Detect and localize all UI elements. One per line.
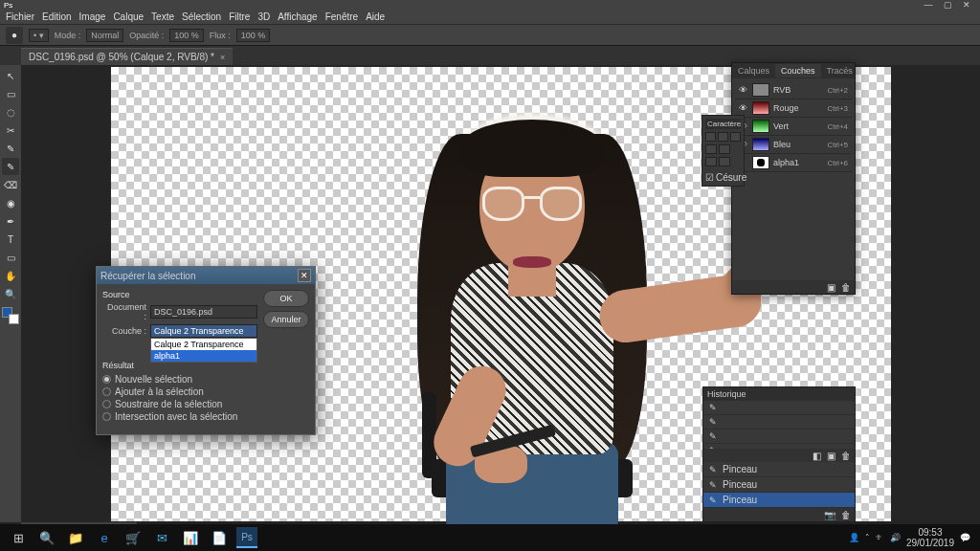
align-left-icon[interactable] <box>705 132 716 142</box>
window-close-button[interactable]: ✕ <box>957 0 976 10</box>
snapshot-icon[interactable]: 📷 <box>824 510 835 520</box>
document-tab[interactable]: DSC_0196.psd @ 50% (Calque 2, RVB/8) * × <box>21 48 233 65</box>
word-icon[interactable]: 📄 <box>205 524 234 551</box>
hyphenation-checkbox-label[interactable]: Césure <box>716 172 746 183</box>
dialog-close-button[interactable]: ✕ <box>298 269 311 282</box>
search-icon[interactable]: 🔍 <box>33 524 61 551</box>
document-select[interactable]: DSC_0196.psd <box>150 305 257 319</box>
cancel-button[interactable]: Annuler <box>263 311 309 328</box>
start-button[interactable]: ⊞ <box>4 524 33 551</box>
zoom-tool[interactable]: 🔍 <box>2 285 19 302</box>
new-doc-icon[interactable]: ▣ <box>827 451 835 461</box>
align-right-icon[interactable] <box>730 132 741 142</box>
opacity-input[interactable]: 100 % <box>169 29 204 42</box>
history-step[interactable]: ✎ <box>703 415 855 430</box>
visibility-icon[interactable]: 👁 <box>739 103 748 113</box>
hand-tool[interactable]: ✋ <box>2 267 19 284</box>
channel-blue[interactable]: 👁BleuCtrl+5 <box>735 136 852 154</box>
lasso-tool[interactable]: ◌ <box>2 103 19 121</box>
store-icon[interactable]: 🛒 <box>119 524 147 551</box>
brush-tool[interactable]: ✎ <box>2 158 19 175</box>
menu-view[interactable]: Affichage <box>278 11 318 22</box>
eyedropper-tool[interactable]: ✎ <box>2 140 19 157</box>
mode-select[interactable]: Normal <box>86 29 123 42</box>
menu-image[interactable]: Image <box>79 11 106 22</box>
taskbar-time: 09:53 <box>906 527 954 538</box>
channel-selected-value[interactable]: Calque 2 Transparence <box>150 324 257 338</box>
excel-icon[interactable]: 📊 <box>176 524 205 551</box>
tray-up-icon[interactable]: ˄ <box>865 533 870 542</box>
delete-icon[interactable]: 🗑 <box>841 510 851 520</box>
document-tab-close-icon[interactable]: × <box>220 53 225 62</box>
history-step[interactable]: ✎ <box>703 430 855 444</box>
character-panel: Caractère ☑Césure <box>702 115 745 187</box>
menu-edit[interactable]: Edition <box>42 11 72 22</box>
tab-paths[interactable]: Tracés <box>821 64 858 77</box>
channel-dropdown-list: Calque 2 Transparence alpha1 <box>150 338 257 363</box>
move-tool[interactable]: ↖ <box>2 67 19 84</box>
menu-help[interactable]: Aide <box>366 11 385 22</box>
ok-button[interactable]: OK <box>263 290 309 307</box>
shape-tool[interactable]: ▭ <box>2 249 19 266</box>
result-option-intersect: Intersection avec la sélection <box>102 410 257 423</box>
visibility-icon[interactable]: 👁 <box>739 85 748 95</box>
channel-red[interactable]: 👁RougeCtrl+3 <box>735 99 852 118</box>
channel-option-0[interactable]: Calque 2 Transparence <box>151 339 256 350</box>
menu-select[interactable]: Sélection <box>182 11 221 22</box>
channel-option-1[interactable]: alpha1 <box>151 350 256 362</box>
flow-input[interactable]: 100 % <box>236 29 271 42</box>
menu-window[interactable]: Fenêtre <box>325 11 358 22</box>
new-channel-icon[interactable]: ▣ <box>827 282 835 293</box>
window-minimize-button[interactable]: — <box>919 0 938 10</box>
channels-footer: ▣🗑 <box>732 280 855 294</box>
delete-channel-icon[interactable]: 🗑 <box>841 282 851 293</box>
opacity-label: Opacité : <box>129 31 164 40</box>
delete-state-icon[interactable]: 🗑 <box>841 451 851 461</box>
taskbar-clock[interactable]: 09:53 29/01/2019 <box>906 527 954 548</box>
photoshop-icon[interactable]: Ps <box>236 527 257 548</box>
history-step[interactable]: ✎ <box>703 401 855 415</box>
load-selection-dialog: Récupérer la sélection ✕ Source Document… <box>96 266 316 435</box>
history-step[interactable]: ✎Pinceau <box>703 477 855 493</box>
tray-wifi-icon[interactable]: ᯤ <box>876 533 884 542</box>
mail-icon[interactable]: ✉ <box>147 524 176 551</box>
tray-volume-icon[interactable]: 🔊 <box>890 533 901 542</box>
character-tab[interactable]: Caractère <box>705 119 741 129</box>
channel-select[interactable]: Calque 2 Transparence Calque 2 Transpare… <box>150 324 257 338</box>
type-tool[interactable]: T <box>2 231 19 248</box>
history-step[interactable]: ✎Pinceau <box>703 493 855 508</box>
notifications-icon[interactable]: 💬 <box>960 533 970 542</box>
channel-green[interactable]: 👁VertCtrl+4 <box>735 118 852 136</box>
menu-filter[interactable]: Filtre <box>229 11 250 22</box>
tray-people-icon[interactable]: 👤 <box>849 533 859 542</box>
explorer-icon[interactable]: 📁 <box>61 524 90 551</box>
result-option-new[interactable]: Nouvelle sélection <box>102 373 257 386</box>
snapshot-icon[interactable]: ◧ <box>813 451 821 461</box>
menu-file[interactable]: Fichier <box>6 11 34 22</box>
source-group-label: Source <box>102 290 257 299</box>
channel-rgb[interactable]: 👁RVBCtrl+2 <box>735 81 852 99</box>
brush-size[interactable]: • ▾ <box>29 29 49 42</box>
menu-layer[interactable]: Calque <box>113 11 144 22</box>
dialog-title-bar[interactable]: Récupérer la sélection ✕ <box>97 267 315 284</box>
tab-channels[interactable]: Couches <box>775 64 821 77</box>
brush-preset-icon[interactable]: ● <box>6 27 23 44</box>
edge-icon[interactable]: e <box>90 524 119 551</box>
window-maximize-button[interactable]: ▢ <box>938 0 957 10</box>
brush-icon: ✎ <box>709 431 719 441</box>
channel-alpha1[interactable]: alpha1Ctrl+6 <box>735 154 852 172</box>
history-tab[interactable]: Historique <box>703 387 855 401</box>
gradient-tool[interactable]: ◉ <box>2 194 19 211</box>
history-step[interactable]: ✎Pinceau <box>703 462 855 477</box>
menu-3d[interactable]: 3D <box>257 11 270 22</box>
align-center-icon[interactable] <box>718 132 728 142</box>
color-swatch[interactable] <box>2 307 19 324</box>
flow-label: Flux : <box>210 31 231 40</box>
menu-text[interactable]: Texte <box>151 11 174 22</box>
pen-tool[interactable]: ✒ <box>2 212 19 230</box>
crop-tool[interactable]: ✂ <box>2 121 19 139</box>
dialog-title: Récupérer la sélection <box>100 271 196 281</box>
eraser-tool[interactable]: ⌫ <box>2 176 19 193</box>
marquee-tool[interactable]: ▭ <box>2 85 19 102</box>
tab-layers[interactable]: Calques <box>732 64 775 77</box>
